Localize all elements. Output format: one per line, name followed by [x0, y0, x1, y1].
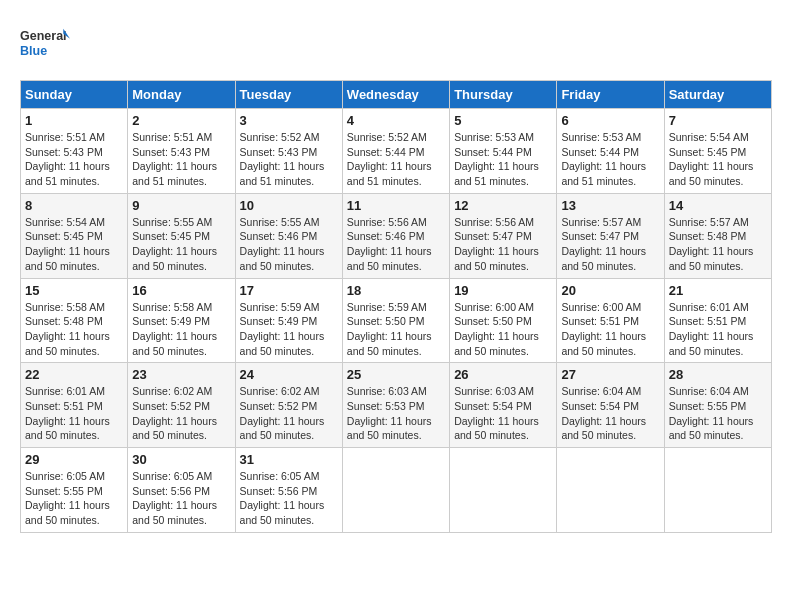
day-info: Sunrise: 5:55 AMSunset: 5:45 PMDaylight:…: [132, 216, 217, 272]
calendar-cell: 27 Sunrise: 6:04 AMSunset: 5:54 PMDaylig…: [557, 363, 664, 448]
day-info: Sunrise: 5:54 AMSunset: 5:45 PMDaylight:…: [669, 131, 754, 187]
day-info: Sunrise: 5:59 AMSunset: 5:49 PMDaylight:…: [240, 301, 325, 357]
day-number: 3: [240, 113, 338, 128]
day-info: Sunrise: 5:56 AMSunset: 5:47 PMDaylight:…: [454, 216, 539, 272]
day-number: 17: [240, 283, 338, 298]
day-info: Sunrise: 5:57 AMSunset: 5:47 PMDaylight:…: [561, 216, 646, 272]
calendar-cell: 6 Sunrise: 5:53 AMSunset: 5:44 PMDayligh…: [557, 109, 664, 194]
day-info: Sunrise: 5:54 AMSunset: 5:45 PMDaylight:…: [25, 216, 110, 272]
calendar-week-row: 8 Sunrise: 5:54 AMSunset: 5:45 PMDayligh…: [21, 193, 772, 278]
day-info: Sunrise: 6:04 AMSunset: 5:54 PMDaylight:…: [561, 385, 646, 441]
calendar-cell: 20 Sunrise: 6:00 AMSunset: 5:51 PMDaylig…: [557, 278, 664, 363]
day-number: 20: [561, 283, 659, 298]
day-number: 16: [132, 283, 230, 298]
calendar-cell: 22 Sunrise: 6:01 AMSunset: 5:51 PMDaylig…: [21, 363, 128, 448]
calendar-cell: 19 Sunrise: 6:00 AMSunset: 5:50 PMDaylig…: [450, 278, 557, 363]
day-number: 14: [669, 198, 767, 213]
calendar-cell: 14 Sunrise: 5:57 AMSunset: 5:48 PMDaylig…: [664, 193, 771, 278]
header: General Blue: [20, 20, 772, 70]
day-info: Sunrise: 6:01 AMSunset: 5:51 PMDaylight:…: [25, 385, 110, 441]
day-info: Sunrise: 6:04 AMSunset: 5:55 PMDaylight:…: [669, 385, 754, 441]
day-info: Sunrise: 6:05 AMSunset: 5:56 PMDaylight:…: [240, 470, 325, 526]
calendar-cell: 28 Sunrise: 6:04 AMSunset: 5:55 PMDaylig…: [664, 363, 771, 448]
calendar-body: 1 Sunrise: 5:51 AMSunset: 5:43 PMDayligh…: [21, 109, 772, 533]
day-info: Sunrise: 6:02 AMSunset: 5:52 PMDaylight:…: [240, 385, 325, 441]
day-number: 1: [25, 113, 123, 128]
day-number: 5: [454, 113, 552, 128]
calendar-week-row: 1 Sunrise: 5:51 AMSunset: 5:43 PMDayligh…: [21, 109, 772, 194]
calendar-week-row: 22 Sunrise: 6:01 AMSunset: 5:51 PMDaylig…: [21, 363, 772, 448]
logo-svg: General Blue: [20, 20, 70, 70]
svg-text:General: General: [20, 29, 67, 43]
day-number: 11: [347, 198, 445, 213]
calendar-cell: 13 Sunrise: 5:57 AMSunset: 5:47 PMDaylig…: [557, 193, 664, 278]
calendar-week-row: 15 Sunrise: 5:58 AMSunset: 5:48 PMDaylig…: [21, 278, 772, 363]
calendar-cell: 23 Sunrise: 6:02 AMSunset: 5:52 PMDaylig…: [128, 363, 235, 448]
day-info: Sunrise: 6:03 AMSunset: 5:54 PMDaylight:…: [454, 385, 539, 441]
calendar-week-row: 29 Sunrise: 6:05 AMSunset: 5:55 PMDaylig…: [21, 448, 772, 533]
calendar-cell: 17 Sunrise: 5:59 AMSunset: 5:49 PMDaylig…: [235, 278, 342, 363]
day-number: 12: [454, 198, 552, 213]
header-friday: Friday: [557, 81, 664, 109]
day-info: Sunrise: 5:53 AMSunset: 5:44 PMDaylight:…: [454, 131, 539, 187]
day-number: 9: [132, 198, 230, 213]
day-number: 19: [454, 283, 552, 298]
calendar-cell: 18 Sunrise: 5:59 AMSunset: 5:50 PMDaylig…: [342, 278, 449, 363]
calendar-cell: 16 Sunrise: 5:58 AMSunset: 5:49 PMDaylig…: [128, 278, 235, 363]
day-number: 2: [132, 113, 230, 128]
day-info: Sunrise: 6:05 AMSunset: 5:55 PMDaylight:…: [25, 470, 110, 526]
calendar-cell: [450, 448, 557, 533]
calendar-cell: 29 Sunrise: 6:05 AMSunset: 5:55 PMDaylig…: [21, 448, 128, 533]
day-number: 28: [669, 367, 767, 382]
day-info: Sunrise: 5:55 AMSunset: 5:46 PMDaylight:…: [240, 216, 325, 272]
day-info: Sunrise: 5:58 AMSunset: 5:49 PMDaylight:…: [132, 301, 217, 357]
calendar-cell: 2 Sunrise: 5:51 AMSunset: 5:43 PMDayligh…: [128, 109, 235, 194]
header-tuesday: Tuesday: [235, 81, 342, 109]
day-number: 25: [347, 367, 445, 382]
day-number: 21: [669, 283, 767, 298]
header-sunday: Sunday: [21, 81, 128, 109]
calendar-cell: [664, 448, 771, 533]
calendar-cell: 10 Sunrise: 5:55 AMSunset: 5:46 PMDaylig…: [235, 193, 342, 278]
calendar-cell: 15 Sunrise: 5:58 AMSunset: 5:48 PMDaylig…: [21, 278, 128, 363]
day-number: 30: [132, 452, 230, 467]
day-info: Sunrise: 5:52 AMSunset: 5:44 PMDaylight:…: [347, 131, 432, 187]
day-number: 29: [25, 452, 123, 467]
calendar-cell: 4 Sunrise: 5:52 AMSunset: 5:44 PMDayligh…: [342, 109, 449, 194]
header-wednesday: Wednesday: [342, 81, 449, 109]
day-number: 22: [25, 367, 123, 382]
day-info: Sunrise: 6:02 AMSunset: 5:52 PMDaylight:…: [132, 385, 217, 441]
day-number: 15: [25, 283, 123, 298]
calendar-cell: 24 Sunrise: 6:02 AMSunset: 5:52 PMDaylig…: [235, 363, 342, 448]
svg-text:Blue: Blue: [20, 44, 47, 58]
day-info: Sunrise: 5:59 AMSunset: 5:50 PMDaylight:…: [347, 301, 432, 357]
day-number: 10: [240, 198, 338, 213]
day-info: Sunrise: 6:03 AMSunset: 5:53 PMDaylight:…: [347, 385, 432, 441]
day-number: 18: [347, 283, 445, 298]
day-info: Sunrise: 5:52 AMSunset: 5:43 PMDaylight:…: [240, 131, 325, 187]
calendar-cell: 31 Sunrise: 6:05 AMSunset: 5:56 PMDaylig…: [235, 448, 342, 533]
calendar-cell: 5 Sunrise: 5:53 AMSunset: 5:44 PMDayligh…: [450, 109, 557, 194]
calendar-cell: 8 Sunrise: 5:54 AMSunset: 5:45 PMDayligh…: [21, 193, 128, 278]
day-number: 24: [240, 367, 338, 382]
day-number: 7: [669, 113, 767, 128]
calendar-cell: 1 Sunrise: 5:51 AMSunset: 5:43 PMDayligh…: [21, 109, 128, 194]
day-number: 26: [454, 367, 552, 382]
day-info: Sunrise: 5:51 AMSunset: 5:43 PMDaylight:…: [25, 131, 110, 187]
day-number: 23: [132, 367, 230, 382]
calendar-cell: 21 Sunrise: 6:01 AMSunset: 5:51 PMDaylig…: [664, 278, 771, 363]
day-info: Sunrise: 5:53 AMSunset: 5:44 PMDaylight:…: [561, 131, 646, 187]
calendar-cell: 9 Sunrise: 5:55 AMSunset: 5:45 PMDayligh…: [128, 193, 235, 278]
day-info: Sunrise: 6:05 AMSunset: 5:56 PMDaylight:…: [132, 470, 217, 526]
day-number: 6: [561, 113, 659, 128]
calendar-cell: [342, 448, 449, 533]
calendar-cell: 11 Sunrise: 5:56 AMSunset: 5:46 PMDaylig…: [342, 193, 449, 278]
day-info: Sunrise: 6:00 AMSunset: 5:50 PMDaylight:…: [454, 301, 539, 357]
calendar-cell: 30 Sunrise: 6:05 AMSunset: 5:56 PMDaylig…: [128, 448, 235, 533]
header-saturday: Saturday: [664, 81, 771, 109]
day-info: Sunrise: 5:51 AMSunset: 5:43 PMDaylight:…: [132, 131, 217, 187]
day-info: Sunrise: 5:56 AMSunset: 5:46 PMDaylight:…: [347, 216, 432, 272]
day-number: 13: [561, 198, 659, 213]
day-info: Sunrise: 5:58 AMSunset: 5:48 PMDaylight:…: [25, 301, 110, 357]
calendar-cell: 12 Sunrise: 5:56 AMSunset: 5:47 PMDaylig…: [450, 193, 557, 278]
